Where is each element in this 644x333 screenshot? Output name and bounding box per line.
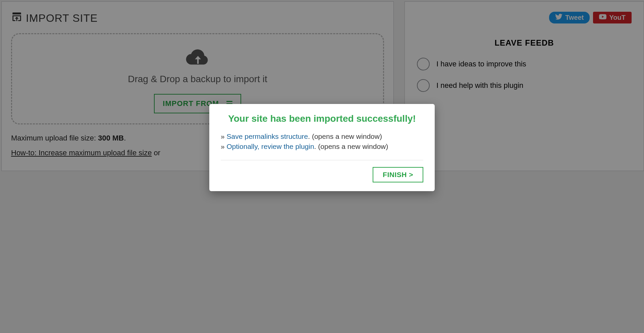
modal-divider	[221, 160, 423, 160]
success-modal: Your site has been imported successfully…	[209, 104, 435, 191]
modal-list: » Save permalinks structure. (opens a ne…	[221, 131, 423, 152]
bullet-arrow: »	[221, 132, 227, 140]
review-plugin-link[interactable]: Optionally, review the plugin	[227, 143, 314, 150]
bullet-arrow: »	[221, 143, 227, 150]
finish-button[interactable]: FINISH >	[373, 167, 423, 182]
modal-row-rest: . (opens a new window)	[314, 143, 388, 150]
modal-title: Your site has been imported successfully…	[221, 113, 423, 124]
modal-row-rest: . (opens a new window)	[308, 132, 382, 140]
save-permalinks-link[interactable]: Save permalinks structure	[227, 132, 308, 140]
modal-actions: FINISH >	[221, 167, 423, 182]
modal-overlay: Your site has been imported successfully…	[0, 0, 644, 333]
